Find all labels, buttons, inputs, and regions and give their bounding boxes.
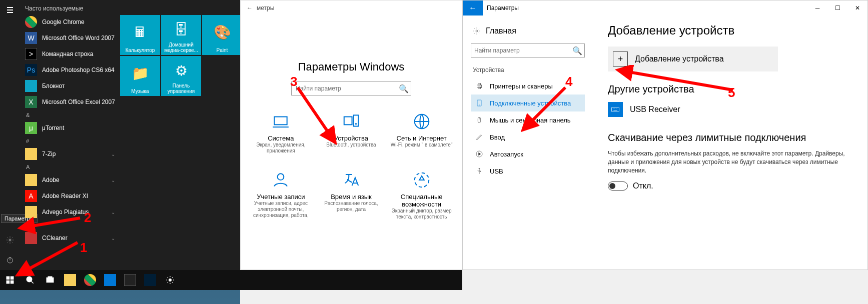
svg-rect-3 bbox=[11, 276, 14, 280]
back-icon[interactable]: ← bbox=[245, 4, 255, 12]
letter-header[interactable]: & bbox=[20, 110, 120, 120]
taskbar-edge[interactable] bbox=[100, 270, 120, 290]
letter-header[interactable]: C bbox=[20, 220, 120, 230]
annotation-1: 1 bbox=[80, 240, 87, 256]
app-row[interactable]: Advego Plagiatus⌄ bbox=[20, 204, 120, 220]
settings-button[interactable] bbox=[0, 230, 20, 250]
tile[interactable]: ⚙Панель управления bbox=[161, 56, 201, 96]
power-button[interactable] bbox=[0, 250, 20, 270]
svg-point-17 bbox=[476, 30, 478, 32]
minimize-button[interactable]: ─ bbox=[807, 0, 827, 16]
hamburger-button[interactable] bbox=[0, 0, 20, 20]
maximize-button[interactable]: ☐ bbox=[827, 0, 847, 16]
app-4[interactable]: Блокнот bbox=[20, 78, 120, 94]
metered-description: Чтобы избежать дополнительных расходов, … bbox=[608, 150, 852, 174]
toggle-switch[interactable] bbox=[608, 182, 628, 190]
app-0[interactable]: Google Chrome bbox=[20, 14, 120, 30]
app-row[interactable]: AAdobe Reader XI bbox=[20, 188, 120, 204]
frequent-header: Часто используемые bbox=[20, 3, 120, 14]
chevron-down-icon: ⌄ bbox=[111, 236, 115, 241]
chevron-down-icon: ⌄ bbox=[111, 178, 115, 183]
devices-sidebar: Главная 🔍 Устройства Принтеры и сканерыП… bbox=[463, 16, 593, 270]
tile[interactable]: 🎨Paint bbox=[202, 15, 242, 55]
cat-accounts[interactable]: Учетные записиУчетные записи, адрес элек… bbox=[246, 169, 316, 220]
cat-devices-icon bbox=[316, 110, 386, 132]
keyboard-icon bbox=[608, 102, 623, 117]
nav-connected[interactable]: Подключенные устройства bbox=[471, 94, 585, 112]
sidebar-search[interactable]: 🔍 bbox=[471, 44, 585, 58]
app-row[interactable]: μμTorrent bbox=[20, 120, 120, 136]
tile[interactable]: 📁Музыка bbox=[120, 56, 160, 96]
app-icon bbox=[25, 16, 37, 28]
cat-ease[interactable]: Специальные возможностиЭкранный диктор, … bbox=[387, 169, 457, 220]
letter-header[interactable]: A bbox=[20, 162, 120, 172]
cat-ease-icon bbox=[387, 169, 457, 191]
cat-devices[interactable]: УстройстваBluetooth, устройства bbox=[316, 110, 386, 154]
taskbar-photoshop[interactable] bbox=[140, 270, 160, 290]
app-icon: W bbox=[25, 32, 37, 44]
sidebar-search-input[interactable] bbox=[471, 44, 570, 57]
tile-icon: 🎨 bbox=[214, 17, 231, 48]
letter-header[interactable]: # bbox=[20, 136, 120, 146]
cat-network-icon bbox=[387, 110, 457, 132]
play-icon bbox=[475, 150, 484, 158]
svg-point-22 bbox=[479, 105, 480, 106]
app-3[interactable]: PsAdobe Photoshop CS6 x64 bbox=[20, 62, 120, 78]
cat-network[interactable]: Сеть и ИнтернетWi-Fi, режим " в самолете… bbox=[387, 110, 457, 154]
tile[interactable]: 🖩Калькулятор bbox=[120, 15, 160, 55]
settings-search[interactable]: 🔍 bbox=[291, 82, 411, 96]
search-icon[interactable] bbox=[20, 270, 40, 290]
app-icon bbox=[25, 232, 37, 244]
taskbar-chrome[interactable] bbox=[80, 270, 100, 290]
app-icon bbox=[25, 174, 37, 186]
app-row[interactable]: 7-Zip⌄ bbox=[20, 146, 120, 162]
start-app-list[interactable]: Часто используемые Google ChromeWMicroso… bbox=[20, 0, 120, 270]
nav-autoplay[interactable]: Автозапуск bbox=[471, 146, 585, 162]
nav-usb[interactable]: USB bbox=[471, 162, 585, 180]
app-row[interactable]: Adobe⌄ bbox=[20, 172, 120, 188]
taskview-icon[interactable] bbox=[40, 270, 60, 290]
chevron-down-icon: ⌄ bbox=[111, 152, 115, 157]
cat-system[interactable]: СистемаЭкран, уведомления, приложения bbox=[246, 110, 316, 154]
svg-rect-10 bbox=[275, 117, 287, 125]
nav-input[interactable]: Ввод bbox=[471, 128, 585, 146]
svg-rect-5 bbox=[11, 280, 14, 284]
close-button[interactable]: ✕ bbox=[847, 0, 867, 16]
app-5[interactable]: XMicrosoft Office Excel 2007 bbox=[20, 94, 120, 110]
app-1[interactable]: WMicrosoft Office Word 2007 bbox=[20, 30, 120, 46]
svg-rect-7 bbox=[47, 278, 54, 282]
device-row[interactable]: USB Receiver bbox=[608, 102, 852, 117]
search-icon: 🔍 bbox=[570, 44, 584, 57]
devices-titlebar[interactable]: ← Параметры ─ ☐ ✕ bbox=[463, 0, 867, 16]
add-device-button[interactable]: + Добавление устройства bbox=[608, 46, 778, 72]
start-rail bbox=[0, 0, 20, 270]
start-button[interactable] bbox=[0, 270, 20, 290]
sidebar-home[interactable]: Главная bbox=[471, 24, 585, 38]
settings-title: Параметры Windows bbox=[241, 60, 462, 74]
app-icon: μ bbox=[25, 122, 37, 134]
svg-rect-11 bbox=[344, 117, 352, 125]
tile-icon: 📁 bbox=[132, 58, 149, 88]
annotation-4: 4 bbox=[565, 74, 572, 90]
back-button[interactable]: ← bbox=[463, 0, 483, 16]
svg-point-0 bbox=[9, 239, 11, 241]
app-row[interactable]: CCleaner⌄ bbox=[20, 230, 120, 246]
settings-search-input[interactable] bbox=[292, 82, 397, 95]
tablet-icon bbox=[475, 98, 484, 108]
metered-toggle[interactable]: Откл. bbox=[608, 182, 852, 190]
taskbar-explorer[interactable] bbox=[60, 270, 80, 290]
plus-icon: + bbox=[613, 52, 628, 66]
app-2[interactable]: >Командная строка bbox=[20, 46, 120, 62]
cat-time[interactable]: Время и языкРаспознавание голоса, регион… bbox=[316, 169, 386, 220]
start-menu: Параметры Часто используемые Google Chro… bbox=[0, 0, 240, 270]
svg-rect-2 bbox=[7, 276, 10, 280]
window-caption: Параметры bbox=[483, 4, 519, 12]
nav-mouse[interactable]: Мышь и сенсорная панель bbox=[471, 112, 585, 128]
search-icon: 🔍 bbox=[397, 82, 411, 95]
page-heading: Добавление устройств bbox=[608, 24, 852, 38]
app-icon bbox=[25, 206, 37, 218]
tile[interactable]: 🗄Домашний медиа-серве... bbox=[161, 15, 201, 55]
taskbar-store[interactable] bbox=[120, 270, 140, 290]
annotation-3: 3 bbox=[290, 74, 297, 90]
taskbar-settings[interactable] bbox=[160, 270, 180, 290]
